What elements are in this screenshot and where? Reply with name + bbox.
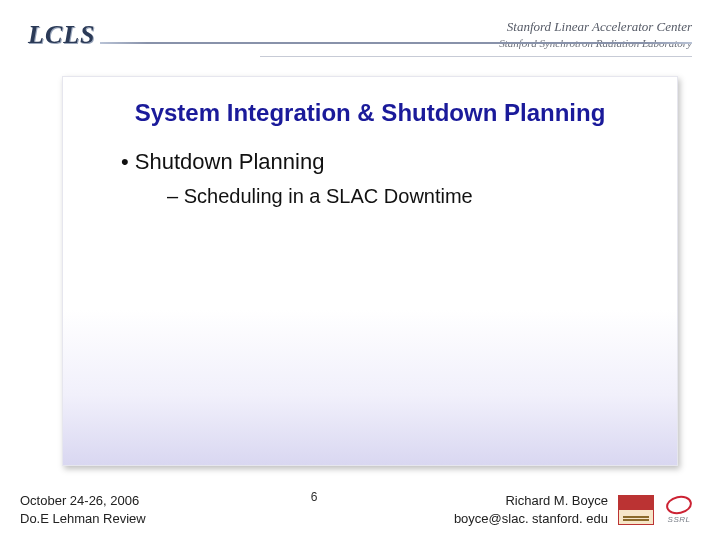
bullet-level-1: Shutdown Planning <box>121 149 655 175</box>
header-lab-block: Stanford Linear Accelerator Center Stanf… <box>499 20 692 50</box>
footer-logos: SSRL <box>618 495 700 525</box>
bullet-level-2: Scheduling in a SLAC Downtime <box>167 185 655 208</box>
slac-logo-icon <box>618 495 654 525</box>
slide: LCLS Stanford Linear Accelerator Center … <box>0 0 720 540</box>
ssrl-ring-icon <box>664 493 693 516</box>
lcls-logo-text: LCLS <box>28 20 96 50</box>
footer-author: Richard M. Boyce <box>327 492 608 510</box>
footer-email: boyce@slac. stanford. edu <box>327 510 608 528</box>
ssrl-logo-icon: SSRL <box>658 495 700 525</box>
footer-right: Richard M. Boyce boyce@slac. stanford. e… <box>327 492 608 527</box>
footer-date: October 24-26, 2006 <box>20 492 301 510</box>
header: LCLS Stanford Linear Accelerator Center … <box>0 0 720 62</box>
ssrl-label: SSRL <box>668 515 691 524</box>
footer: October 24-26, 2006 Do.E Lehman Review 6… <box>0 482 720 540</box>
content-card: System Integration & Shutdown Planning S… <box>62 76 678 466</box>
footer-review: Do.E Lehman Review <box>20 510 301 528</box>
header-divider <box>100 42 692 44</box>
lab-name-1: Stanford Linear Accelerator Center <box>499 20 692 35</box>
slide-title: System Integration & Shutdown Planning <box>85 99 655 127</box>
footer-left: October 24-26, 2006 Do.E Lehman Review <box>20 492 301 527</box>
header-subdivider <box>260 56 692 57</box>
page-number: 6 <box>311 488 318 504</box>
logo-left: LCLS <box>28 20 96 50</box>
